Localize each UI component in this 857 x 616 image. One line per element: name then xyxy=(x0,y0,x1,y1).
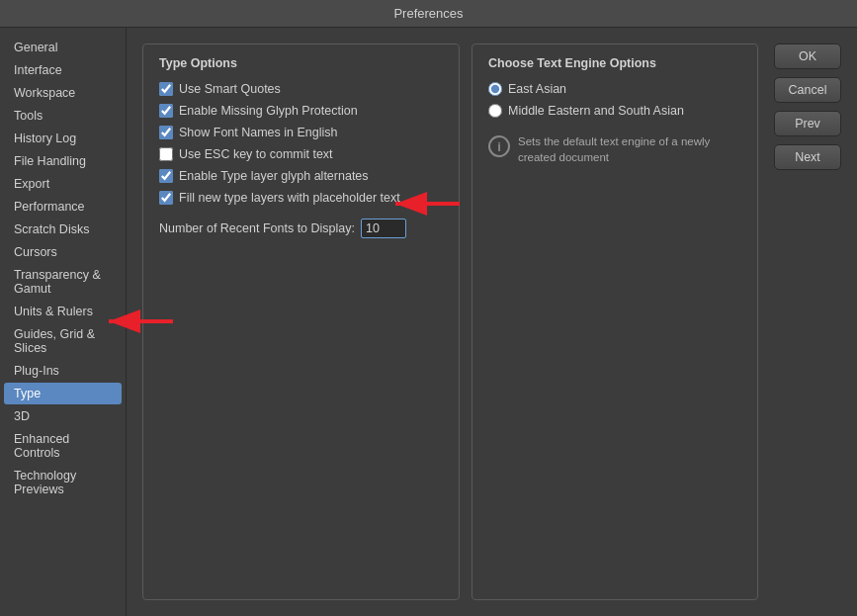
checkbox-smart-quotes[interactable] xyxy=(159,82,173,96)
checkbox-font-names[interactable] xyxy=(159,126,173,139)
checkbox-row-esc-key: Use ESC key to commit text xyxy=(159,147,443,161)
checkbox-layer-glyph[interactable] xyxy=(159,169,173,183)
sidebar-item-transparency-gamut[interactable]: Transparency & Gamut xyxy=(4,264,122,300)
text-engine-panel: Choose Text Engine Options East Asian Mi… xyxy=(471,44,758,600)
checkbox-missing-glyph[interactable] xyxy=(159,104,173,118)
sidebar-item-history-log[interactable]: History Log xyxy=(4,128,122,149)
sidebar-item-file-handling[interactable]: File Handling xyxy=(4,150,122,172)
sidebar-item-workspace[interactable]: Workspace xyxy=(4,82,122,104)
radio-row-east-asian: East Asian xyxy=(488,82,741,96)
checkbox-label-missing-glyph[interactable]: Enable Missing Glyph Protection xyxy=(179,104,358,118)
info-text: Sets the default text engine of a newly … xyxy=(518,133,741,165)
sidebar-item-tools[interactable]: Tools xyxy=(4,105,122,127)
sidebar-item-cursors[interactable]: Cursors xyxy=(4,241,122,263)
sidebar-item-plug-ins[interactable]: Plug-Ins xyxy=(4,360,122,382)
sidebar-item-interface[interactable]: Interface xyxy=(4,59,122,81)
cancel-button[interactable]: Cancel xyxy=(774,77,841,103)
checkbox-label-font-names[interactable]: Show Font Names in English xyxy=(179,126,338,139)
recent-fonts-label: Number of Recent Fonts to Display: xyxy=(159,221,355,235)
ok-button[interactable]: OK xyxy=(774,44,841,69)
info-box: i Sets the default text engine of a newl… xyxy=(488,128,741,171)
sidebar-item-performance[interactable]: Performance xyxy=(4,196,122,218)
checkbox-row-missing-glyph: Enable Missing Glyph Protection xyxy=(159,104,443,118)
next-button[interactable]: Next xyxy=(774,144,841,170)
checkbox-row-layer-glyph: Enable Type layer glyph alternates xyxy=(159,169,443,183)
main-content: Type Options Use Smart Quotes Enable Mis… xyxy=(127,28,857,616)
checkbox-row-smart-quotes: Use Smart Quotes xyxy=(159,82,443,96)
checkbox-label-smart-quotes[interactable]: Use Smart Quotes xyxy=(179,82,281,96)
radio-label-middle-eastern[interactable]: Middle Eastern and South Asian xyxy=(508,104,684,118)
sidebar-item-enhanced-controls[interactable]: Enhanced Controls xyxy=(4,428,122,464)
checkbox-label-esc-key[interactable]: Use ESC key to commit text xyxy=(179,147,333,161)
radio-row-middle-eastern: Middle Eastern and South Asian xyxy=(488,104,741,118)
sidebar-item-general[interactable]: General xyxy=(4,37,122,58)
checkbox-row-placeholder-text: Fill new type layers with placeholder te… xyxy=(159,191,443,205)
checkbox-label-layer-glyph[interactable]: Enable Type layer glyph alternates xyxy=(179,169,369,183)
info-icon: i xyxy=(488,135,510,157)
sidebar-item-guides-grid-slices[interactable]: Guides, Grid & Slices xyxy=(4,323,122,359)
type-options-panel: Type Options Use Smart Quotes Enable Mis… xyxy=(142,44,460,600)
checkbox-label-placeholder-text[interactable]: Fill new type layers with placeholder te… xyxy=(179,191,400,205)
text-engine-title: Choose Text Engine Options xyxy=(488,56,741,70)
sidebar-item-units-rulers[interactable]: Units & Rulers xyxy=(4,301,122,322)
type-options-title: Type Options xyxy=(159,56,443,70)
radio-east-asian[interactable] xyxy=(488,82,502,96)
checkbox-placeholder-text[interactable] xyxy=(159,191,173,205)
checkbox-row-font-names: Show Font Names in English xyxy=(159,126,443,139)
prev-button[interactable]: Prev xyxy=(774,111,841,136)
sidebar-item-technology-previews[interactable]: Technology Previews xyxy=(4,465,122,500)
sidebar-item-3d[interactable]: 3D xyxy=(4,405,122,427)
radio-middle-eastern[interactable] xyxy=(488,104,502,118)
window-title: Preferences xyxy=(393,6,463,21)
checkbox-esc-key[interactable] xyxy=(159,147,173,161)
recent-fonts-input[interactable] xyxy=(361,219,406,238)
sidebar-item-scratch-disks[interactable]: Scratch Disks xyxy=(4,219,122,240)
sidebar-item-type[interactable]: Type xyxy=(4,383,122,404)
sidebar: General Interface Workspace Tools Histor… xyxy=(0,28,127,616)
sidebar-item-export[interactable]: Export xyxy=(4,173,122,195)
recent-fonts-row: Number of Recent Fonts to Display: xyxy=(159,219,443,238)
radio-label-east-asian[interactable]: East Asian xyxy=(508,82,566,96)
buttons-column: OK Cancel Prev Next xyxy=(774,44,841,600)
